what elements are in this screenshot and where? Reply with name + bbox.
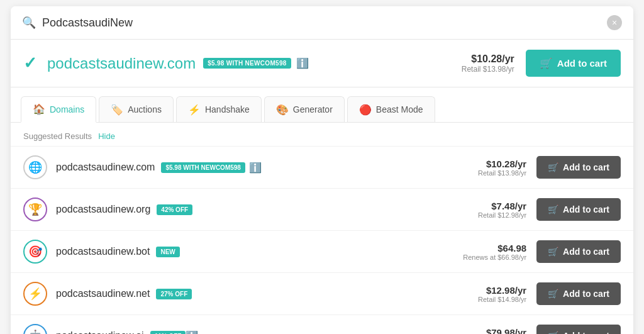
result-row: 🏆 podcastsaudinew.org 42% OFF $7.48/yr R… <box>11 188 633 230</box>
domain-name-com: podcastsaudinew.com <box>56 162 155 173</box>
domain-icon-bot: 🎯 <box>23 240 47 264</box>
add-to-cart-label-bot: Add to cart <box>563 247 609 257</box>
featured-domain: podcastsaudinew.com <box>47 55 196 72</box>
add-to-cart-button-org[interactable]: 🛒 Add to cart <box>536 198 621 221</box>
domain-icon-org: 🏆 <box>23 198 47 221</box>
tab-generator-label: Generator <box>293 104 333 114</box>
featured-info-icon[interactable]: ℹ️ <box>296 57 309 69</box>
search-bar: 🔍 PodcastsaudiNew × <box>11 6 633 40</box>
cart-icon: 🛒 <box>540 57 552 69</box>
featured-price-retail: Retail $13.98/yr <box>462 65 514 74</box>
featured-price-block: $10.28/yr Retail $13.98/yr <box>462 53 514 74</box>
badge-bot: NEW <box>156 247 179 257</box>
price-main-org: $7.48/yr <box>478 201 526 211</box>
add-to-cart-label-org: Add to cart <box>563 204 609 214</box>
beast-mode-icon: 🔴 <box>359 104 372 116</box>
tab-auctions[interactable]: 🏷️ Auctions <box>99 96 174 122</box>
price-block-com: $10.28/yr Retail $13.98/yr <box>478 159 526 177</box>
tab-handshake-label: Handshake <box>205 104 250 114</box>
domain-name-org: podcastsaudinew.org <box>56 204 150 215</box>
cart-icon-ai: 🛒 <box>548 331 558 334</box>
search-query: PodcastsaudiNew <box>42 16 607 30</box>
tab-domains[interactable]: 🏠 Domains <box>21 96 96 123</box>
featured-add-to-cart-label: Add to cart <box>557 58 607 69</box>
price-block-ai: $79.98/yr Retail $89.98/yr <box>478 327 526 335</box>
info-icon-com[interactable]: ℹ️ <box>249 162 262 174</box>
add-to-cart-label-ai: Add to cart <box>563 331 609 334</box>
suggested-header-label: Suggested Results <box>23 131 92 141</box>
tab-generator[interactable]: 🎨 Generator <box>264 96 345 122</box>
featured-add-to-cart-button[interactable]: 🛒 Add to cart <box>526 50 621 77</box>
domain-icon-ai: 🤖 <box>23 324 47 334</box>
badge-net: 27% OFF <box>156 289 192 299</box>
price-retail-org: Retail $12.98/yr <box>478 211 526 219</box>
search-clear-button[interactable]: × <box>607 15 622 30</box>
price-main-com: $10.28/yr <box>478 159 526 169</box>
suggested-header: Suggested Results Hide <box>11 123 633 146</box>
cart-icon-net: 🛒 <box>548 289 558 299</box>
featured-result: ✓ podcastsaudinew.com $5.98 WITH NEWCOM5… <box>11 40 633 87</box>
cart-icon-bot: 🛒 <box>548 247 558 257</box>
generator-icon: 🎨 <box>276 104 289 116</box>
cart-icon-com: 🛒 <box>548 162 558 172</box>
search-icon: 🔍 <box>22 16 36 30</box>
add-to-cart-button-bot[interactable]: 🛒 Add to cart <box>536 240 621 263</box>
result-row: 🤖 podcastsaudinew.ai 11% OFF ℹ️ $79.98/y… <box>11 315 633 334</box>
featured-promo-badge: $5.98 WITH NEWCOM598 <box>203 58 291 69</box>
price-main-ai: $79.98/yr <box>478 327 526 335</box>
domain-name-net: podcastsaudinew.net <box>56 288 150 299</box>
home-icon: 🏠 <box>33 103 45 115</box>
main-container: 🔍 PodcastsaudiNew × ✓ podcastsaudinew.co… <box>11 6 633 334</box>
tab-beast-mode-label: Beast Mode <box>376 104 423 114</box>
cart-icon-org: 🛒 <box>548 204 558 214</box>
price-main-net: $12.98/yr <box>478 285 526 296</box>
domain-icon-net: ⚡ <box>23 282 47 306</box>
info-icon-ai[interactable]: ℹ️ <box>186 330 198 335</box>
result-row: 🌐 podcastsaudinew.com $5.98 WITH NEWCOM5… <box>11 146 633 188</box>
price-retail-com: Retail $13.98/yr <box>478 169 526 177</box>
add-to-cart-button-com[interactable]: 🛒 Add to cart <box>536 156 621 179</box>
add-to-cart-label-net: Add to cart <box>563 289 609 299</box>
price-retail-net: Retail $14.98/yr <box>478 296 526 303</box>
price-main-bot: $64.98 <box>463 243 526 253</box>
tab-auctions-label: Auctions <box>128 104 162 114</box>
featured-price-main: $10.28/yr <box>462 53 514 65</box>
tab-beast-mode[interactable]: 🔴 Beast Mode <box>347 96 435 122</box>
hide-link[interactable]: Hide <box>98 131 115 141</box>
tab-domains-label: Domains <box>50 104 84 114</box>
domain-icon-com: 🌐 <box>23 155 47 179</box>
badge-com: $5.98 WITH NEWCOM598 <box>161 162 245 173</box>
results-section: Suggested Results Hide 🌐 podcastsaudinew… <box>11 123 633 334</box>
price-block-net: $12.98/yr Retail $14.98/yr <box>478 285 526 303</box>
price-retail-bot: Renews at $66.98/yr <box>463 253 526 261</box>
badge-org: 42% OFF <box>157 204 192 215</box>
domain-name-ai: podcastsaudinew.ai <box>56 330 144 334</box>
add-to-cart-label-com: Add to cart <box>563 162 609 172</box>
result-row: 🎯 podcastsaudinew.bot NEW $64.98 Renews … <box>11 230 633 272</box>
price-block-bot: $64.98 Renews at $66.98/yr <box>463 243 526 261</box>
add-to-cart-button-ai[interactable]: 🛒 Add to cart <box>536 325 621 334</box>
tab-handshake[interactable]: ⚡ Handshake <box>176 96 262 122</box>
tabs-bar: 🏠 Domains 🏷️ Auctions ⚡ Handshake 🎨 Gene… <box>11 87 633 123</box>
check-icon: ✓ <box>23 53 37 73</box>
domain-name-bot: podcastsaudinew.bot <box>56 246 150 257</box>
handshake-icon: ⚡ <box>188 104 201 116</box>
auctions-icon: 🏷️ <box>111 104 123 116</box>
add-to-cart-button-net[interactable]: 🛒 Add to cart <box>536 282 621 305</box>
badge-ai: 11% OFF <box>150 331 186 335</box>
price-block-org: $7.48/yr Retail $12.98/yr <box>478 201 526 219</box>
result-row: ⚡ podcastsaudinew.net 27% OFF $12.98/yr … <box>11 272 633 315</box>
